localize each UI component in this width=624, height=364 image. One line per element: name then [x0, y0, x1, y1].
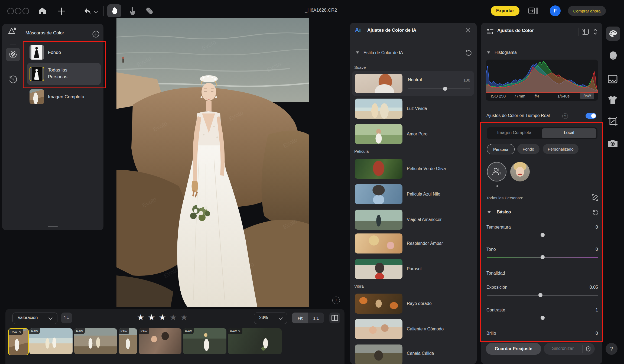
hand-tool-button[interactable]	[107, 4, 121, 17]
history-icon[interactable]	[8, 75, 18, 84]
window-control-zoom[interactable]	[22, 8, 29, 14]
preset-name[interactable]: Rayo dorado	[407, 301, 432, 306]
edit-pencil-icon[interactable]	[592, 194, 599, 201]
mask-item-label[interactable]: Imagen Completa	[48, 94, 84, 100]
canvas-photo[interactable]: Evoto Evoto Evoto Evoto Evoto Evoto Evot…	[116, 18, 309, 307]
filmstrip-item[interactable]: RAW	[74, 328, 117, 354]
preset-thumb[interactable]	[355, 319, 402, 339]
preset-name[interactable]: Película Azul Nilo	[407, 192, 440, 197]
tool-lut-button[interactable]	[607, 74, 618, 84]
chip-background[interactable]: Fondo	[517, 144, 540, 154]
filmstrip-item[interactable]: RAW	[183, 328, 226, 354]
preset-thumb[interactable]	[355, 159, 402, 179]
account-avatar[interactable]: F	[550, 5, 561, 16]
panel-resize-handle[interactable]	[48, 226, 58, 227]
slider-knob-contrast[interactable]	[541, 316, 545, 320]
collapse-triangle-icon[interactable]	[487, 51, 490, 54]
tab-local[interactable]: Local	[542, 130, 596, 135]
reset-icon[interactable]	[465, 50, 472, 56]
close-icon[interactable]	[465, 28, 471, 33]
help-tooltip-icon[interactable]	[562, 113, 568, 119]
preset-thumb[interactable]	[355, 259, 402, 279]
star-icon-2[interactable]: ★	[148, 313, 155, 322]
preset-name[interactable]: Película Verde Oliva	[407, 166, 446, 171]
fit-button[interactable]: Fit	[292, 313, 308, 323]
sync-settings-gear-icon[interactable]	[585, 346, 592, 352]
preset-thumb[interactable]	[355, 99, 402, 119]
preset-thumb[interactable]	[355, 124, 402, 144]
person-avatar[interactable]	[510, 162, 530, 181]
preset-name[interactable]: Caliente y Cómodo	[407, 327, 444, 332]
preset-name[interactable]: Neutral	[408, 77, 422, 82]
chip-person[interactable]: Persona	[487, 144, 515, 154]
preset-thumb-neutral[interactable]	[355, 74, 402, 93]
preset-name[interactable]: Resplandor Ámbar	[407, 241, 443, 246]
mask-adjust-icon[interactable]	[8, 26, 17, 35]
sort-direction-button[interactable]: 1↓	[61, 313, 72, 323]
undo-icon[interactable]	[83, 7, 92, 15]
mask-thumb-people[interactable]	[30, 67, 44, 81]
window-control-minimize[interactable]	[15, 8, 21, 14]
tool-portrait-button[interactable]	[608, 50, 619, 62]
split-view-icon[interactable]	[582, 29, 589, 35]
home-icon[interactable]	[38, 6, 47, 15]
window-control-close[interactable]	[7, 8, 14, 14]
basic-section-title[interactable]: Básico	[497, 210, 511, 214]
zoom-dropdown[interactable]: 23%	[254, 313, 287, 324]
preset-amount-knob[interactable]	[443, 87, 447, 91]
mask-thumb-full-image[interactable]	[30, 89, 44, 104]
export-button[interactable]: Exportar	[491, 6, 519, 16]
preset-amount-track[interactable]	[408, 89, 470, 89]
histogram[interactable]: ISO 250 77mm f/4 1/640s RAW	[486, 60, 598, 101]
buy-now-button[interactable]: Comprar ahora	[568, 6, 606, 16]
preset-thumb[interactable]	[355, 233, 402, 253]
tool-camera-button[interactable]	[607, 139, 618, 148]
slider-knob-tint[interactable]	[541, 255, 545, 259]
preset-name[interactable]: Luz Vívida	[407, 106, 427, 111]
star-icon-3[interactable]: ★	[159, 313, 166, 322]
realtime-toggle[interactable]	[586, 113, 596, 119]
mask-item-label[interactable]: Fondo	[48, 50, 61, 55]
mask-thumb-background[interactable]	[30, 45, 44, 60]
preset-thumb[interactable]	[355, 344, 402, 364]
reset-icon[interactable]	[592, 209, 599, 216]
filmstrip-item[interactable]: RAW	[139, 328, 181, 354]
mask-item-label-line2[interactable]: Personas	[48, 74, 67, 80]
preset-thumb[interactable]	[355, 184, 402, 204]
preset-name[interactable]: Viaje al Amanecer	[407, 217, 442, 222]
filmstrip-item-selected[interactable]: RAW✎	[8, 328, 29, 355]
filmstrip-item[interactable]: RAW	[29, 328, 73, 354]
mask-tool-button[interactable]	[6, 48, 20, 61]
sort-dropdown[interactable]: Valoración	[12, 313, 57, 324]
collapse-panel-icon[interactable]	[528, 7, 538, 15]
tool-crop-button[interactable]	[608, 116, 618, 127]
ai-style-section-title[interactable]: Estilo de Color de IA	[363, 50, 403, 55]
actual-size-button[interactable]: 1:1	[308, 313, 324, 323]
preset-name[interactable]: Canela Cálida	[407, 351, 434, 356]
preset-thumb[interactable]	[355, 210, 402, 230]
mask-item-label-line1[interactable]: Todas las	[48, 67, 67, 73]
add-photo-icon[interactable]	[57, 7, 66, 15]
all-people-avatar[interactable]	[487, 162, 506, 181]
compare-view-button[interactable]	[329, 313, 340, 323]
sync-button[interactable]: Sincronizar	[544, 346, 582, 351]
save-preset-button[interactable]: Guardar Preajuste	[486, 343, 541, 355]
undo-menu-chevron-icon[interactable]	[94, 9, 98, 14]
filmstrip-item[interactable]: RAW✎	[228, 328, 282, 354]
slider-knob-exposure[interactable]	[538, 293, 542, 297]
star-icon-1[interactable]: ★	[137, 313, 144, 322]
preset-name[interactable]: Parasol	[407, 266, 421, 271]
star-icon-4[interactable]: ★	[170, 313, 177, 322]
touch-tool-button[interactable]	[125, 4, 139, 17]
preset-name[interactable]: Amor Puro	[407, 132, 427, 136]
tool-color-palette-button[interactable]	[606, 27, 620, 41]
star-icon-5[interactable]: ★	[180, 313, 188, 322]
preset-thumb[interactable]	[355, 294, 402, 314]
collapse-triangle-icon[interactable]	[487, 211, 491, 213]
slider-track-exposure[interactable]	[487, 295, 598, 295]
heal-tool-button[interactable]	[142, 4, 157, 17]
histogram-section-title[interactable]: Histograma	[495, 50, 517, 55]
filmstrip-item[interactable]: RAW	[119, 328, 137, 354]
help-button[interactable]	[606, 343, 618, 355]
tool-clothes-button[interactable]	[607, 95, 618, 105]
